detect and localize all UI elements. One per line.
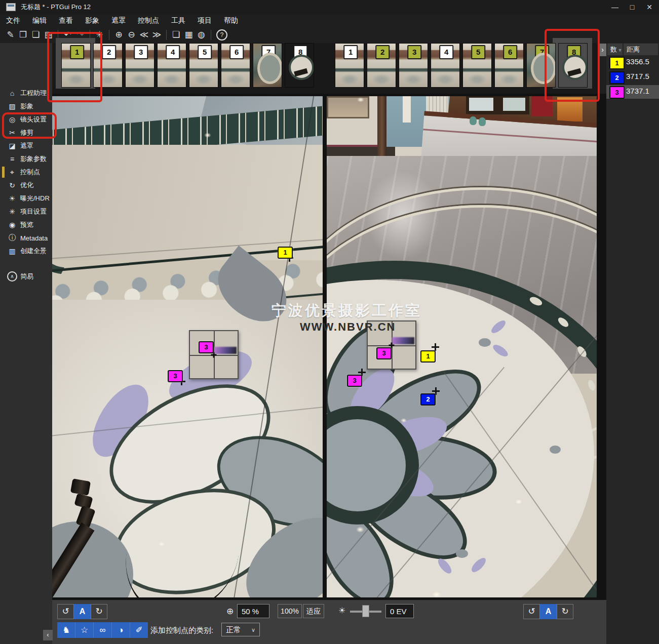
sidebar-item-image-parameters[interactable]: ≡影象参数 xyxy=(0,152,52,166)
panorama-editor-icon[interactable]: ❏ xyxy=(170,29,182,40)
cp-row-distance[interactable]: 3737.1 xyxy=(626,87,657,95)
sidebar-item-label: 简易 xyxy=(20,272,33,281)
left-strip-thumb-4[interactable]: 4 xyxy=(157,43,186,88)
right-strip-thumb-6[interactable]: 6 xyxy=(494,43,524,88)
rotate-ccw-icon: ↺ xyxy=(528,607,535,616)
thumb-number-badge: 8 xyxy=(293,45,307,59)
right-strip-thumb-4[interactable]: 4 xyxy=(431,43,460,88)
sidebar-item-preview[interactable]: ◉预览 xyxy=(0,218,52,231)
star-icon[interactable]: ☆ xyxy=(75,622,94,638)
left-strip-thumb-7[interactable]: 7 xyxy=(253,43,282,88)
copy-icon[interactable]: ❏ xyxy=(29,29,42,40)
left-strip-thumb-3[interactable]: 3 xyxy=(125,43,154,88)
generate-cp-kangaroo-icon[interactable]: ♞ xyxy=(57,622,75,638)
maximize-button[interactable]: □ xyxy=(624,1,641,14)
right-strip-thumb-1[interactable]: 1 xyxy=(335,43,364,88)
menu-mask[interactable]: 遮罩 xyxy=(105,14,132,26)
project-settings-icon: ✳ xyxy=(7,208,17,216)
right-rotate-cw-button[interactable]: ↻ xyxy=(557,604,573,619)
sidebar-item-images[interactable]: ▨影象 xyxy=(0,100,52,113)
left-strip-thumb-5[interactable]: 5 xyxy=(189,43,218,88)
ev-slider-handle[interactable] xyxy=(362,605,369,617)
cp-table-header-distance[interactable]: 距离 xyxy=(624,44,658,55)
help-icon[interactable]: ? xyxy=(216,29,227,41)
left-strip-thumb-6[interactable]: 6 xyxy=(221,43,250,88)
motif-decor xyxy=(550,446,561,454)
cp-table-header-num[interactable]: 数 ▿ xyxy=(607,44,623,55)
sidebar-item-project-assistant[interactable]: ⌂工程助理 xyxy=(0,87,52,100)
annotation-box-thumb8 xyxy=(545,29,600,102)
control-point-marker-2[interactable]: 2 xyxy=(420,393,436,406)
link-icon[interactable]: ∞ xyxy=(94,622,112,638)
right-rotate-ccw-button[interactable]: ↺ xyxy=(523,604,540,619)
menu-view[interactable]: 查看 xyxy=(53,14,79,26)
zoom-out-icon[interactable]: ⊖ xyxy=(125,29,138,40)
rotate-cw-button[interactable]: ↻ xyxy=(91,604,107,619)
control-point-marker-3[interactable]: 3 xyxy=(376,347,392,359)
menu-file[interactable]: 文件 xyxy=(0,14,26,26)
thumb-number-badge: 5 xyxy=(471,45,485,59)
detail-viewer-icon[interactable]: ▦ xyxy=(182,29,195,40)
thumb-number-badge: 1 xyxy=(343,45,358,59)
close-button[interactable]: ✕ xyxy=(641,1,658,14)
sidebar-collapse-button[interactable]: ‹ xyxy=(43,630,53,640)
patch-smudge xyxy=(214,347,237,354)
thumb-number-badge: 5 xyxy=(198,45,212,59)
auto-rotate-button[interactable]: A xyxy=(74,604,91,619)
sidebar-item-control-points[interactable]: ⌖控制点 xyxy=(0,166,52,179)
sidebar-item-label: 影象 xyxy=(20,102,33,111)
zoom-level-input[interactable] xyxy=(237,604,269,618)
menu-control-points[interactable]: 控制点 xyxy=(132,14,165,26)
cp-row-distance[interactable]: 3717.5 xyxy=(626,72,657,80)
light-reflection xyxy=(401,418,407,423)
new-project-icon[interactable]: ✎ xyxy=(4,29,17,40)
sidebar-item-create-panorama[interactable]: ▥创建全景 xyxy=(0,245,52,258)
thumb-number-badge: 2 xyxy=(102,45,116,59)
next-pair-icon[interactable]: ≫ xyxy=(150,29,163,40)
zoom-100-button[interactable]: 100% xyxy=(278,604,302,618)
motif-decor xyxy=(456,549,468,558)
sidebar-item-label: 遮罩 xyxy=(20,141,33,150)
fit-button[interactable]: 适应 xyxy=(303,604,324,618)
annotation-box-control-points xyxy=(2,112,57,139)
active-indicator xyxy=(2,167,5,178)
sidebar-item-mask[interactable]: ◪遮罩 xyxy=(0,139,52,152)
menu-images[interactable]: 影象 xyxy=(79,14,105,26)
control-point-marker-3[interactable]: 3 xyxy=(199,341,214,353)
assistant-lamp-icon[interactable]: ◍ xyxy=(195,29,208,40)
magnifier-patch[interactable]: 3 xyxy=(189,330,239,379)
prev-pair-icon[interactable]: ≪ xyxy=(138,29,150,40)
ev-value-input[interactable] xyxy=(385,604,414,618)
left-image-pane[interactable]: 1 3 3 xyxy=(52,96,323,597)
rotate-ccw-button[interactable]: ↺ xyxy=(57,604,74,619)
minimize-button[interactable]: — xyxy=(606,1,624,14)
right-strip-thumb-3[interactable]: 3 xyxy=(399,43,428,88)
ptgui-window: 无标题 * - PTGui Pro 12 — □ ✕ 文件 编辑 查看 影象 遮… xyxy=(0,0,659,644)
control-point-marker-3[interactable]: 3 xyxy=(347,375,362,387)
sidebar-item-simple-mode[interactable]: ∧简易 xyxy=(0,270,52,283)
menu-project[interactable]: 项目 xyxy=(191,14,218,26)
open-project-icon[interactable]: ❒ xyxy=(17,29,29,40)
vase-decor xyxy=(470,116,477,125)
menu-tools[interactable]: 工具 xyxy=(165,14,191,26)
sidebar-item-project-settings[interactable]: ✳项目设置 xyxy=(0,205,52,218)
control-point-marker-1[interactable]: 1 xyxy=(420,350,436,363)
right-auto-rotate-button[interactable]: A xyxy=(540,604,557,619)
menu-help[interactable]: 帮助 xyxy=(218,14,244,26)
cp-class-dropdown[interactable]: 正常 ∨ xyxy=(221,623,260,636)
menu-edit[interactable]: 编辑 xyxy=(26,14,53,26)
zoom-in-icon[interactable]: ⊕ xyxy=(112,29,125,40)
sidebar-item-optimize[interactable]: ↻优化 xyxy=(0,179,52,192)
sidebar-item-metadata[interactable]: ⓘMetadata xyxy=(0,231,52,245)
contrast-icon[interactable]: ◑ xyxy=(112,622,130,638)
control-point-marker-1[interactable]: 1 xyxy=(278,247,293,259)
control-point-marker-3[interactable]: 3 xyxy=(168,370,183,382)
left-strip-thumb-8[interactable]: 8 xyxy=(285,43,314,88)
sidebar-item-exposure-hdr[interactable]: ☀曝光/HDR xyxy=(0,192,52,205)
right-strip-thumb-2[interactable]: 2 xyxy=(367,43,396,88)
cp-row-distance[interactable]: 3356.5 xyxy=(626,57,657,66)
control-point-cross[interactable] xyxy=(432,343,439,351)
brush-icon[interactable]: ✐ xyxy=(130,622,148,638)
right-strip-thumb-5[interactable]: 5 xyxy=(462,43,492,88)
right-image-pane[interactable]: 3 1 3 2 xyxy=(327,96,597,597)
